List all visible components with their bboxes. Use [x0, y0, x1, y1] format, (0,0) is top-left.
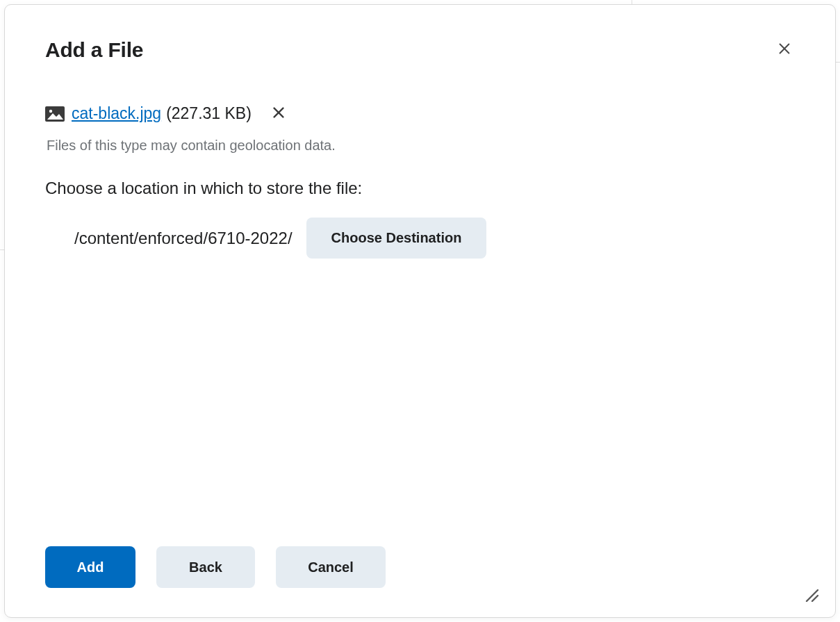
image-icon: [45, 106, 65, 122]
close-icon: [777, 41, 792, 58]
file-name-link[interactable]: cat-black.jpg: [72, 104, 161, 123]
dialog-footer: Add Back Cancel: [5, 546, 835, 617]
svg-line-7: [807, 590, 818, 601]
file-size: (227.31 KB): [166, 104, 252, 123]
location-prompt: Choose a location in which to store the …: [45, 179, 795, 198]
geolocation-warning: Files of this type may contain geolocati…: [45, 138, 795, 154]
add-button[interactable]: Add: [45, 546, 135, 588]
location-row: /content/enforced/6710-2022/ Choose Dest…: [45, 218, 795, 259]
remove-file-button[interactable]: [268, 102, 289, 125]
location-path: /content/enforced/6710-2022/: [74, 229, 293, 248]
back-button[interactable]: Back: [156, 546, 255, 588]
add-file-dialog: Add a File cat-black.jpg (227.31 KB): [4, 4, 836, 618]
svg-line-8: [812, 596, 818, 601]
dialog-header: Add a File: [5, 5, 835, 62]
cancel-button[interactable]: Cancel: [276, 546, 386, 588]
dialog-title: Add a File: [45, 38, 143, 62]
svg-point-3: [49, 109, 52, 112]
file-row: cat-black.jpg (227.31 KB): [45, 102, 795, 125]
dialog-body: cat-black.jpg (227.31 KB) Files of this …: [5, 62, 835, 546]
resize-handle[interactable]: [802, 585, 818, 602]
close-dialog-button[interactable]: [774, 38, 795, 61]
remove-icon: [271, 105, 286, 122]
choose-destination-button[interactable]: Choose Destination: [306, 218, 487, 259]
